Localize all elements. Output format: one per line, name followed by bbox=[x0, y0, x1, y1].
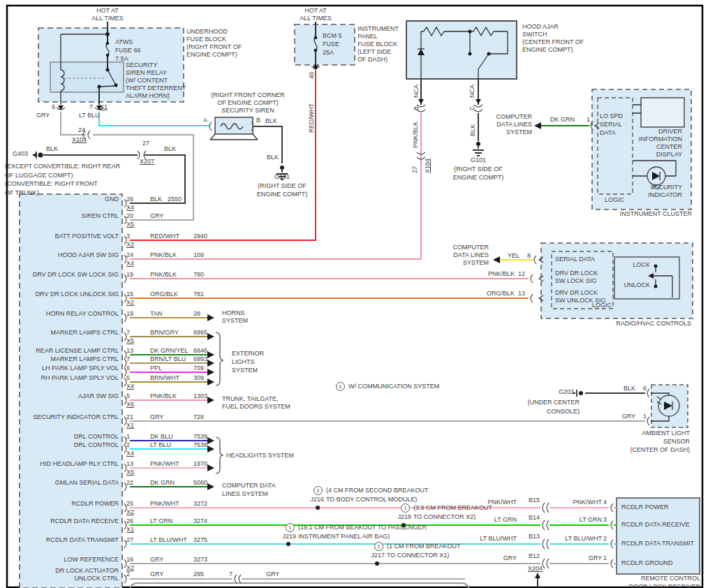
logic-label: LOGIC bbox=[592, 302, 612, 309]
row-circuit: 728 bbox=[193, 413, 204, 421]
breakout-j217: J217 bbox=[371, 552, 385, 559]
row-color: LT BLU/WHT bbox=[150, 536, 187, 544]
row-pin: 24 bbox=[126, 251, 133, 259]
connector-x204: X204 bbox=[528, 565, 543, 573]
radio-hvac-controls-label: RADIO/HVAC CONTROLS bbox=[616, 320, 691, 328]
communication-note: W/ COMMUNICATION SYSTEM bbox=[348, 383, 439, 390]
row-color: BRN/GRY bbox=[150, 329, 179, 337]
lock-label: LOCK bbox=[633, 261, 650, 269]
row-pin: 26 bbox=[126, 517, 133, 525]
annotation-line: TO CONNECTOR X1) bbox=[387, 552, 449, 559]
row-conn: X1 bbox=[126, 526, 134, 534]
hood-ajar-switch-label: HOOD AJAR SWITCH (CENTER FRONT OF ENGINE… bbox=[522, 23, 584, 54]
ground-g101: G101 bbox=[450, 156, 506, 164]
row-conn: X5 bbox=[126, 221, 134, 228]
row-pin: 13 bbox=[126, 460, 133, 468]
annotation-line: TO BODY CONTROL MODULE) bbox=[326, 496, 417, 504]
row-label: RCDLR DATA RECEIVE bbox=[50, 517, 119, 525]
row-circuit: 709 bbox=[193, 365, 204, 372]
row-conn: X1 bbox=[126, 422, 134, 429]
pin-40: 40 bbox=[308, 72, 316, 79]
row-conn: X6 bbox=[126, 401, 134, 409]
row-label: RCDLR POWER bbox=[71, 500, 119, 508]
pin-24: 24 bbox=[78, 126, 85, 134]
wire-label: LT BLU/WHT bbox=[480, 535, 517, 543]
connector-b13: B13 bbox=[529, 533, 540, 541]
pin-1: 1 bbox=[587, 116, 590, 124]
annotation-line: (4 CM FROM SECOND BREAKOUT bbox=[326, 487, 429, 494]
row-circuit: 1303 bbox=[193, 392, 207, 400]
row-color: PPL bbox=[150, 365, 162, 372]
row-color: GRY bbox=[150, 571, 163, 578]
row-color: LT BLU bbox=[150, 441, 171, 449]
row-pin: 16 bbox=[126, 556, 133, 564]
row-label: DR LOCK ACTUATOR UNLOCK CTRL bbox=[55, 567, 119, 582]
pin-7: 7 bbox=[89, 103, 93, 111]
row-label: AJAR SW SIG bbox=[78, 392, 119, 400]
serial-data-label: SERIAL DATA bbox=[555, 256, 595, 263]
wire-blk-label: BLK bbox=[624, 385, 635, 392]
row-pin: 13 bbox=[126, 347, 133, 355]
row-circuit: 295 bbox=[193, 571, 204, 578]
row-pin: 15 bbox=[126, 291, 133, 298]
wire-blk-label: BLK bbox=[469, 124, 477, 136]
wire-label: LT GRN bbox=[494, 516, 517, 524]
row-color: PNK/BLK bbox=[150, 392, 177, 400]
row-circuit: 3274 bbox=[193, 517, 207, 525]
annotation-line: (3.9 CM FROM BREAKOUT bbox=[413, 504, 492, 512]
wire-ltblu-label: LT BLU bbox=[79, 112, 100, 119]
row-circuit: 309 bbox=[193, 374, 204, 382]
pin-6: 6 bbox=[643, 385, 647, 392]
lock-sig-label: DRV DR LOCK SW LOCK SIG bbox=[555, 270, 598, 285]
hot-at-label: HOT AT ALL TIMES bbox=[80, 7, 135, 22]
hot-at-label: HOT AT ALL TIMES bbox=[288, 7, 344, 22]
row-conn: X2 bbox=[126, 299, 134, 307]
ambient-light-sensor-label: AMBIENT LIGHT SENSOR (CENTER OF DASH) bbox=[630, 429, 691, 454]
row-conn: X4 bbox=[126, 204, 134, 212]
row-color: PNK/WHT bbox=[150, 500, 179, 508]
connector-b12: B12 bbox=[529, 552, 540, 560]
row-color: GRY bbox=[150, 212, 163, 220]
connector-x104: X104 bbox=[424, 159, 432, 173]
g403-location-note: (EXCEPT CONVERTIBLE: RIGHT REAR OF LUGGA… bbox=[5, 162, 120, 197]
row-label: GMLAN SERIAL DATA bbox=[55, 479, 119, 487]
row-label: DRL CONTROL bbox=[74, 441, 119, 449]
ip-fuse-block-label: INSTRUMENT PANEL FUSE BLOCK (LEFT SIDE O… bbox=[357, 25, 399, 64]
pin-c: C bbox=[469, 106, 476, 111]
pin-12: 12 bbox=[518, 270, 525, 278]
wire-dkgrn-label: DK GRN bbox=[550, 116, 575, 124]
pin-4: 4 bbox=[603, 499, 607, 506]
wire-blk-label: BLK bbox=[265, 117, 277, 125]
wire-label: LT GRN bbox=[580, 516, 602, 524]
row-pin: 3 bbox=[126, 233, 130, 240]
row-circuit: 781 bbox=[193, 291, 204, 298]
row-label: RCDLR DATA TRANSMIT bbox=[46, 536, 119, 544]
annotation-line: (19.1 CM FROM BEAKOUT TO PASSENGER bbox=[298, 524, 427, 531]
row-color: PNK/BLK bbox=[150, 271, 177, 279]
row-pin: 7 bbox=[126, 329, 130, 337]
breakout-j216: J216 bbox=[310, 496, 324, 504]
logic-label: LOGIC bbox=[605, 196, 624, 204]
row-conn: X4 bbox=[126, 260, 134, 267]
row-color: LT GRN bbox=[150, 517, 172, 525]
row-color: ORG/BLK bbox=[150, 291, 178, 298]
wire-label: GRY bbox=[589, 554, 602, 562]
annotation-line: TO CONNECTOR X2) bbox=[413, 513, 475, 521]
g101-location-label: (RIGHT SIDE OF ENGINE COMPT) bbox=[450, 165, 506, 182]
row-color: PNK/BLK bbox=[150, 251, 177, 259]
row-label: RH PARK LAMP SPLY VOL bbox=[41, 374, 119, 382]
row-color: TAN bbox=[150, 310, 162, 318]
row-label: MARKER LAMPS CTRL bbox=[50, 355, 119, 363]
row-circuit: 3273 bbox=[193, 556, 207, 564]
connector-b15: B15 bbox=[529, 497, 540, 504]
wire-label: GRY bbox=[503, 554, 517, 562]
row-color: RED/WHT bbox=[150, 233, 179, 240]
pin-27: 27 bbox=[142, 140, 149, 147]
wire-orgblk-label: ORG/BLK bbox=[487, 290, 515, 297]
breakout-j218: J218 bbox=[397, 513, 411, 521]
atws-fuse-label: ATWS FUSE 66 7.5A bbox=[115, 38, 141, 63]
rcdlr-port-label: RCDLR DATA TRANSMIT bbox=[621, 540, 694, 547]
rcdlr-name-label: REMOTE CONTROL DOOR LOCK RECEIVER bbox=[628, 574, 700, 588]
row-conn: X2 bbox=[126, 241, 134, 249]
row-pin: 25 bbox=[126, 500, 133, 508]
